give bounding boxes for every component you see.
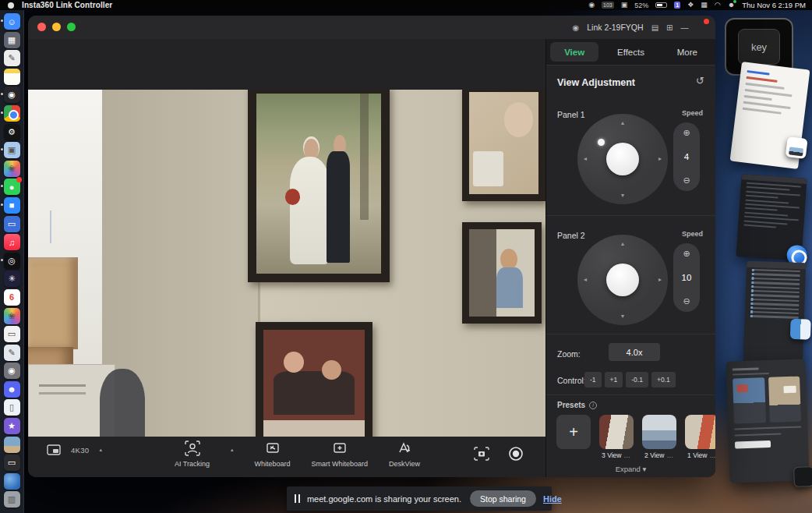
preset-more-icon[interactable]: … xyxy=(623,451,631,459)
camera-device-icon[interactable]: ◉ xyxy=(573,23,580,32)
tab-more[interactable]: More xyxy=(663,42,711,62)
zoom-value-button[interactable]: 4.0x xyxy=(609,343,660,361)
dock-item-discord[interactable]: ☻ xyxy=(4,381,20,398)
device-settings-icon[interactable]: ⊞ xyxy=(666,23,673,32)
dock-item-obs[interactable]: ◎ xyxy=(4,253,20,269)
control-button-+0.1[interactable]: +0.1 xyxy=(651,372,676,387)
hide-link[interactable]: Hide xyxy=(543,494,562,504)
screen-share-banner: meet.google.com is sharing your screen. … xyxy=(287,486,552,511)
store-window-preview[interactable] xyxy=(726,359,809,483)
preset-thumbnail-1[interactable] xyxy=(599,415,634,449)
dock-item-messages[interactable]: ● xyxy=(4,179,20,195)
battery-icon[interactable] xyxy=(655,2,667,8)
user-status-icon[interactable]: ☻ xyxy=(728,0,735,10)
minimize-button[interactable] xyxy=(52,23,61,31)
pip-button[interactable] xyxy=(47,444,61,455)
dock-item-gray-circle-app[interactable]: ◉ xyxy=(4,363,20,379)
wifi-icon[interactable]: ◠ xyxy=(715,0,721,10)
battery-mah-badge[interactable]: 103 xyxy=(602,2,614,9)
dock-item-insta360-link-controller[interactable]: ▣ xyxy=(4,142,20,158)
dock-item-zoom[interactable]: ■ xyxy=(4,197,20,214)
joystick-up-icon[interactable]: ▴ xyxy=(621,119,624,126)
panel1-joystick[interactable]: ▴ ▾ ◂ ▸ xyxy=(577,114,668,204)
dock-item-preview-app[interactable]: ▭ xyxy=(4,326,20,342)
collapse-icon[interactable]: — xyxy=(680,23,688,32)
resolution-selector[interactable]: 4K30 xyxy=(71,446,89,455)
joystick-right-icon[interactable]: ▸ xyxy=(658,276,662,283)
control-button--1[interactable]: -1 xyxy=(584,372,602,387)
dock-item-colorsync[interactable]: ❀ xyxy=(4,308,20,324)
document-window-preview[interactable] xyxy=(730,62,810,169)
ai-tracking-caret-icon[interactable]: ▴ xyxy=(231,447,234,453)
whiteboard-button[interactable]: Whiteboard xyxy=(255,440,291,468)
dock-item-photos[interactable]: ❀ xyxy=(4,161,20,177)
firmware-icon[interactable]: ▤ xyxy=(651,23,658,32)
input-source-badge[interactable]: 1 xyxy=(674,2,680,9)
zoom-window-button[interactable] xyxy=(67,23,76,31)
dock-item-freeform[interactable]: ✎ xyxy=(4,50,20,66)
add-preset-button[interactable]: + xyxy=(556,415,591,449)
control-button-+1[interactable]: +1 xyxy=(605,372,623,387)
speed-decrease-icon[interactable]: ⊖ xyxy=(683,175,690,186)
star-app-icon: ★ xyxy=(4,418,20,434)
joystick-down-icon[interactable]: ▾ xyxy=(621,192,624,199)
reset-icon[interactable]: ↺ xyxy=(696,75,704,87)
presets-info-icon[interactable]: i xyxy=(589,402,597,409)
ai-tracking-button[interactable]: AI Tracking xyxy=(175,440,210,468)
photos-icon: ❀ xyxy=(4,161,20,177)
joystick-down-icon[interactable]: ▾ xyxy=(621,313,624,320)
dock-item-launchpad[interactable]: ▦ xyxy=(4,32,20,48)
deskview-button[interactable]: DeskView xyxy=(389,440,420,468)
speed-increase-icon[interactable]: ⊕ xyxy=(683,128,690,138)
panel2-joystick[interactable]: ▴ ▾ ◂ ▸ xyxy=(577,235,668,325)
smart-whiteboard-button[interactable]: Smart Whiteboard xyxy=(312,440,369,468)
dock-item-music[interactable]: ♫ xyxy=(4,234,20,250)
resolution-caret-icon[interactable]: ▴ xyxy=(99,447,102,453)
joystick-up-icon[interactable]: ▴ xyxy=(621,240,624,247)
stop-sharing-button[interactable]: Stop sharing xyxy=(470,490,536,507)
dock-item-calendar[interactable]: 6 xyxy=(4,289,20,306)
speed-increase-icon[interactable]: ⊕ xyxy=(683,249,690,259)
dock-item-photo-booth[interactable]: ◉ xyxy=(4,87,20,103)
dock-item-meet[interactable]: ▭ xyxy=(4,216,20,232)
preset-more-icon[interactable]: … xyxy=(709,451,715,459)
status-circle-icon[interactable]: ◉ xyxy=(588,0,595,10)
file-list-window-preview[interactable] xyxy=(743,261,806,365)
joystick-knob[interactable] xyxy=(606,264,639,296)
speed-decrease-icon[interactable]: ⊖ xyxy=(683,296,690,306)
dock-item-notes[interactable] xyxy=(4,69,20,85)
snapshot-button[interactable] xyxy=(474,447,489,461)
grid-status-icon[interactable]: ▦ xyxy=(701,0,708,10)
lock-icon[interactable]: ▣ xyxy=(621,0,628,10)
dock-item-color-app[interactable]: ✳ xyxy=(4,271,20,287)
menubar-clock[interactable]: Thu Nov 6 2:19 PM xyxy=(742,1,806,9)
dock-item-downloads[interactable] xyxy=(4,473,20,490)
dock-item-utility-gear[interactable]: ⚙ xyxy=(4,124,20,140)
preset-more-icon[interactable]: … xyxy=(666,451,674,459)
menubar-app-name: Insta360 Link Controller xyxy=(22,1,112,9)
shield-icon[interactable]: ❖ xyxy=(687,0,694,10)
record-button[interactable] xyxy=(508,446,524,462)
battery-percent: 52% xyxy=(634,2,648,9)
expand-toggle[interactable]: Expand ▾ xyxy=(546,465,715,473)
joystick-left-icon[interactable]: ◂ xyxy=(584,276,587,283)
joystick-left-icon[interactable]: ◂ xyxy=(584,155,587,162)
control-button--0.1[interactable]: -0.1 xyxy=(626,372,648,387)
joystick-knob[interactable] xyxy=(606,143,639,175)
joystick-right-icon[interactable]: ▸ xyxy=(658,155,662,162)
dock-item-screenshot-file[interactable] xyxy=(4,437,20,453)
dock-item-dark-file[interactable]: ▭ xyxy=(4,455,20,471)
tab-effects[interactable]: Effects xyxy=(606,42,655,62)
dock-item-trash[interactable]: ▥ xyxy=(4,491,20,508)
apple-menu-icon[interactable] xyxy=(8,2,14,9)
dock-item-stamp-app[interactable]: ✎ xyxy=(4,345,20,361)
dock-item-star-app[interactable]: ★ xyxy=(4,418,20,434)
dock-item-iphone-mirroring[interactable]: ▯ xyxy=(4,399,20,416)
dock-item-finder[interactable]: ☺ xyxy=(4,13,20,30)
preset-thumbnail-2[interactable] xyxy=(642,415,676,449)
tab-view[interactable]: View xyxy=(550,42,598,62)
close-button[interactable] xyxy=(37,23,46,31)
dock-item-chrome[interactable] xyxy=(4,105,20,122)
terminal-window-preview[interactable] xyxy=(736,174,807,261)
preset-thumbnail-3[interactable] xyxy=(685,415,715,449)
